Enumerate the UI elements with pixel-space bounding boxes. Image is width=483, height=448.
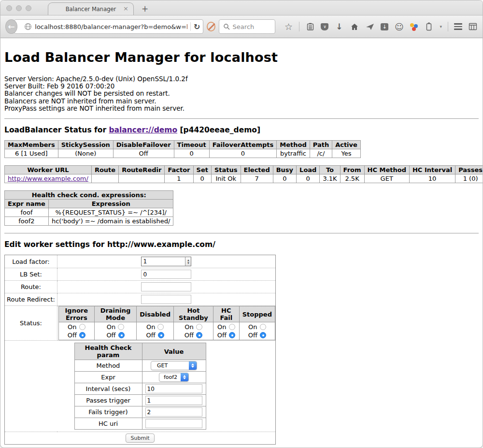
bookmarks-clipboard-icon[interactable] — [305, 22, 315, 31]
cell-expression: hc('body') =~ /domain is established/ — [48, 217, 173, 226]
home-icon[interactable] — [350, 22, 359, 31]
table-header-row: Expr name Expression — [5, 200, 173, 208]
divider — [4, 233, 479, 233]
expr-selected-value: foof2 — [159, 373, 181, 381]
on-label: On — [107, 323, 115, 331]
method-select[interactable]: GET — [151, 361, 197, 370]
form-row-load-factor: Load factor: 1 ▲▼ — [5, 255, 276, 268]
smiley-chat-icon[interactable]: ☺ — [394, 22, 404, 31]
bookmark-star-icon[interactable]: ☆ — [284, 22, 293, 31]
off-label: Off — [106, 331, 115, 339]
number-spinner-icon[interactable]: ▲▼ — [185, 257, 191, 266]
hot-standby-off-radio[interactable] — [196, 332, 202, 338]
method-selected-value: GET — [151, 361, 189, 370]
cell-method: bytraffic — [277, 149, 310, 158]
balancer-demo-link[interactable]: balancer://demo — [109, 126, 177, 134]
menu-icon[interactable] — [454, 23, 462, 30]
cell-timeout: 0 — [174, 149, 209, 158]
hot-standby-on-radio[interactable] — [196, 324, 202, 330]
form-row-health-check: Health Check param Value Method GET — [5, 341, 276, 432]
lb-set-input[interactable] — [141, 270, 191, 279]
interval-input[interactable] — [145, 384, 202, 393]
edit-worker-heading: Edit worker settings for http://www.exam… — [4, 240, 479, 249]
chevron-down-icon[interactable]: ▾ — [440, 24, 442, 29]
stopped-on-radio[interactable] — [260, 324, 266, 330]
proxypass-notice-line: ProxyPass settings are NOT inherited fro… — [4, 105, 479, 112]
new-tab-button[interactable]: + — [142, 4, 148, 14]
col-disabled: Disabled — [137, 306, 174, 322]
battery-clipboard-icon[interactable] — [424, 22, 434, 31]
minimize-window-button[interactable] — [16, 5, 22, 11]
hc-fail-on-radio[interactable] — [229, 324, 235, 330]
grid-pages-icon[interactable] — [468, 22, 478, 31]
cell-failoverattempts: 0 — [209, 149, 277, 158]
search-input[interactable]: Search — [219, 19, 276, 34]
close-window-button[interactable] — [6, 5, 12, 11]
send-plane-icon[interactable] — [365, 22, 375, 31]
tab-close-icon[interactable]: × — [123, 5, 128, 12]
disabled-on-radio[interactable] — [157, 324, 164, 330]
interval-label: Interval (secs) — [74, 383, 142, 395]
downloads-icon[interactable]: ↓ — [334, 22, 344, 31]
col-elected: Elected — [241, 166, 273, 174]
edit-worker-form: Load factor: 1 ▲▼ LB Set: Route: Route R… — [4, 255, 276, 445]
colored-dots-extension-icon[interactable] — [410, 22, 418, 31]
route-label: Route: — [5, 281, 57, 293]
col-expression: Expression — [48, 200, 173, 208]
toolbar-divider — [299, 22, 299, 31]
col-timeout: Timeout — [174, 141, 209, 149]
col-from: From — [340, 166, 364, 174]
hc-uri-row: HC uri — [74, 418, 206, 430]
table-header-row: Ignore Errors Draining Mode Disabled Hot… — [58, 306, 275, 322]
worker-url-link[interactable]: http://www.example.com/ — [8, 175, 88, 182]
content-blocked-icon[interactable] — [207, 22, 215, 31]
ignore-errors-on-radio[interactable] — [79, 324, 85, 330]
urlbar-divider — [190, 22, 191, 31]
worker-status-table: Worker URL Route RouteRedir Factor Set S… — [4, 165, 483, 183]
hc-expr-title: Health check cond. expressions: — [5, 191, 173, 200]
window-controls[interactable] — [6, 5, 31, 11]
hc-fail-off-radio[interactable] — [229, 332, 235, 338]
server-version-line: Server Version: Apache/2.5.0-dev (Unix) … — [4, 75, 479, 83]
col-disablefailover: DisableFailover — [113, 141, 174, 149]
toolbar-divider — [448, 22, 448, 31]
route-input[interactable] — [141, 282, 191, 291]
save-page-icon[interactable]: ↓ — [381, 23, 388, 30]
col-passes: Passes — [455, 166, 483, 174]
url-text[interactable]: localhost:8880/balancer-manager?b=demo&w… — [35, 23, 187, 30]
on-label: On — [185, 323, 193, 331]
off-label: Off — [217, 331, 227, 339]
submit-button[interactable]: Submit — [126, 434, 154, 443]
col-failoverattempts: FailoverAttempts — [209, 141, 277, 149]
tab-balancer-manager[interactable]: Balancer Manager × — [48, 2, 134, 15]
hc-uri-input[interactable] — [145, 419, 202, 428]
cell-active: Yes — [332, 149, 361, 158]
ignore-errors-off-radio[interactable] — [79, 332, 85, 338]
disabled-off-radio[interactable] — [158, 332, 164, 338]
pocket-icon[interactable]: ∨ — [321, 23, 328, 30]
persist-notice-line: Balancer changes will NOT be persisted o… — [4, 90, 479, 97]
fails-label: Fails trigger) — [74, 406, 142, 418]
url-bar[interactable]: localhost:8880/balancer-manager?b=demo&w… — [14, 19, 203, 34]
form-row-route-redirect: Route Redirect: — [5, 293, 276, 306]
page-content: Load Balancer Manager for localhost Serv… — [0, 38, 483, 448]
status-radio-row: On Off On Off On Off — [58, 322, 275, 340]
col-hc-interval: HC Interval — [409, 166, 455, 174]
zoom-window-button[interactable] — [26, 5, 31, 11]
draining-mode-off-radio[interactable] — [118, 332, 125, 338]
route-redirect-input[interactable] — [141, 295, 191, 304]
fails-input[interactable] — [145, 407, 202, 417]
divider — [4, 118, 479, 119]
cell-maxmembers: 6 [1 Used] — [5, 149, 58, 158]
on-label: On — [146, 323, 155, 331]
table-title-row: Health check cond. expressions: — [5, 191, 173, 200]
load-factor-input[interactable]: 1 ▲▼ — [141, 257, 191, 266]
reload-icon[interactable]: ↻ — [194, 22, 200, 31]
expr-select[interactable]: foof2 — [159, 373, 189, 382]
stopped-off-radio[interactable] — [260, 332, 266, 338]
off-label: Off — [248, 331, 257, 339]
draining-mode-on-radio[interactable] — [118, 324, 124, 330]
server-built-line: Server Built: Feb 9 2016 07:00:20 — [4, 83, 479, 90]
col-hc-fail: HC Fail — [213, 306, 239, 322]
passes-input[interactable] — [145, 396, 202, 405]
